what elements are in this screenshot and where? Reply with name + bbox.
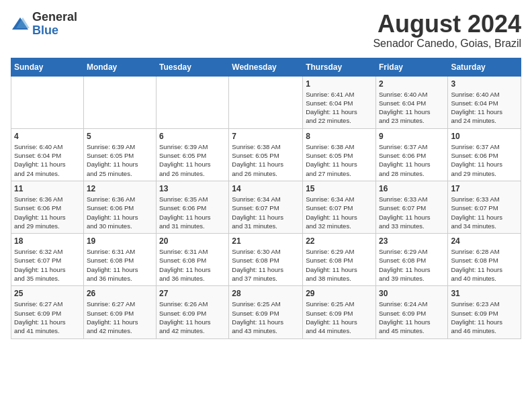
day-info: Sunrise: 6:35 AM Sunset: 6:06 PM Dayligh… <box>159 195 226 230</box>
day-info: Sunrise: 6:27 AM Sunset: 6:09 PM Dayligh… <box>14 300 81 335</box>
day-number: 15 <box>306 184 373 193</box>
calendar-cell: 7Sunrise: 6:38 AM Sunset: 6:05 PM Daylig… <box>229 128 303 181</box>
day-number: 4 <box>14 132 81 141</box>
day-info: Sunrise: 6:27 AM Sunset: 6:09 PM Dayligh… <box>87 300 153 335</box>
day-info: Sunrise: 6:33 AM Sunset: 6:07 PM Dayligh… <box>379 195 445 230</box>
day-info: Sunrise: 6:30 AM Sunset: 6:08 PM Dayligh… <box>232 247 300 283</box>
day-info: Sunrise: 6:37 AM Sunset: 6:06 PM Dayligh… <box>451 142 518 178</box>
weekday-header-monday: Monday <box>83 58 156 76</box>
calendar-cell: 15Sunrise: 6:34 AM Sunset: 6:07 PM Dayli… <box>303 181 376 233</box>
day-info: Sunrise: 6:34 AM Sunset: 6:07 PM Dayligh… <box>306 195 373 230</box>
day-number: 6 <box>159 132 226 141</box>
logo: General Blue <box>11 11 77 38</box>
day-info: Sunrise: 6:26 AM Sunset: 6:09 PM Dayligh… <box>159 300 226 335</box>
day-info: Sunrise: 6:37 AM Sunset: 6:06 PM Dayligh… <box>379 142 445 178</box>
calendar-cell: 4Sunrise: 6:40 AM Sunset: 6:04 PM Daylig… <box>11 128 84 181</box>
logo-general-text: General <box>32 11 77 24</box>
day-info: Sunrise: 6:36 AM Sunset: 6:06 PM Dayligh… <box>87 195 153 230</box>
calendar-cell <box>83 76 156 128</box>
calendar-week-1: 1Sunrise: 6:41 AM Sunset: 6:04 PM Daylig… <box>11 76 521 128</box>
calendar-cell: 16Sunrise: 6:33 AM Sunset: 6:07 PM Dayli… <box>375 181 447 233</box>
day-number: 13 <box>159 184 226 193</box>
day-info: Sunrise: 6:40 AM Sunset: 6:04 PM Dayligh… <box>451 90 518 126</box>
calendar-cell: 12Sunrise: 6:36 AM Sunset: 6:06 PM Dayli… <box>83 181 156 233</box>
calendar-cell: 1Sunrise: 6:41 AM Sunset: 6:04 PM Daylig… <box>303 76 376 128</box>
day-number: 8 <box>306 132 373 141</box>
calendar-cell: 6Sunrise: 6:39 AM Sunset: 6:05 PM Daylig… <box>157 128 229 181</box>
day-number: 29 <box>306 289 373 298</box>
calendar-cell: 18Sunrise: 6:32 AM Sunset: 6:07 PM Dayli… <box>11 234 84 286</box>
calendar-cell: 24Sunrise: 6:28 AM Sunset: 6:08 PM Dayli… <box>448 234 521 286</box>
day-number: 16 <box>379 184 445 193</box>
day-number: 10 <box>451 132 518 141</box>
calendar-cell: 26Sunrise: 6:27 AM Sunset: 6:09 PM Dayli… <box>83 286 156 338</box>
calendar-table: SundayMondayTuesdayWednesdayThursdayFrid… <box>11 58 521 339</box>
day-info: Sunrise: 6:40 AM Sunset: 6:04 PM Dayligh… <box>14 142 81 178</box>
day-number: 20 <box>159 236 226 246</box>
day-number: 31 <box>451 289 518 298</box>
day-number: 19 <box>87 236 153 246</box>
day-number: 22 <box>306 236 373 246</box>
day-number: 9 <box>379 132 445 141</box>
day-info: Sunrise: 6:36 AM Sunset: 6:06 PM Dayligh… <box>14 195 81 230</box>
month-title: August 2024 <box>373 11 521 38</box>
day-info: Sunrise: 6:24 AM Sunset: 6:09 PM Dayligh… <box>379 300 445 335</box>
calendar-cell: 19Sunrise: 6:31 AM Sunset: 6:08 PM Dayli… <box>83 234 156 286</box>
calendar-cell: 10Sunrise: 6:37 AM Sunset: 6:06 PM Dayli… <box>448 128 521 181</box>
calendar-cell: 29Sunrise: 6:25 AM Sunset: 6:09 PM Dayli… <box>303 286 376 338</box>
day-info: Sunrise: 6:31 AM Sunset: 6:08 PM Dayligh… <box>87 247 153 283</box>
calendar-cell: 3Sunrise: 6:40 AM Sunset: 6:04 PM Daylig… <box>448 76 521 128</box>
calendar-week-5: 25Sunrise: 6:27 AM Sunset: 6:09 PM Dayli… <box>11 286 521 338</box>
day-number: 21 <box>232 236 300 246</box>
calendar-cell: 9Sunrise: 6:37 AM Sunset: 6:06 PM Daylig… <box>375 128 447 181</box>
day-info: Sunrise: 6:23 AM Sunset: 6:09 PM Dayligh… <box>451 300 518 335</box>
day-info: Sunrise: 6:32 AM Sunset: 6:07 PM Dayligh… <box>14 247 81 283</box>
calendar-week-3: 11Sunrise: 6:36 AM Sunset: 6:06 PM Dayli… <box>11 181 521 233</box>
day-number: 17 <box>451 184 518 193</box>
day-number: 23 <box>379 236 445 246</box>
day-number: 12 <box>87 184 153 193</box>
day-number: 30 <box>379 289 445 298</box>
weekday-header-tuesday: Tuesday <box>157 58 229 76</box>
calendar-cell: 8Sunrise: 6:38 AM Sunset: 6:05 PM Daylig… <box>303 128 376 181</box>
day-info: Sunrise: 6:31 AM Sunset: 6:08 PM Dayligh… <box>159 247 226 283</box>
calendar-cell: 17Sunrise: 6:33 AM Sunset: 6:07 PM Dayli… <box>448 181 521 233</box>
day-info: Sunrise: 6:25 AM Sunset: 6:09 PM Dayligh… <box>306 300 373 335</box>
calendar-cell: 28Sunrise: 6:25 AM Sunset: 6:09 PM Dayli… <box>229 286 303 338</box>
calendar-cell: 5Sunrise: 6:39 AM Sunset: 6:05 PM Daylig… <box>83 128 156 181</box>
location-text: Senador Canedo, Goias, Brazil <box>373 38 521 50</box>
day-number: 14 <box>232 184 300 193</box>
day-info: Sunrise: 6:29 AM Sunset: 6:08 PM Dayligh… <box>379 247 445 283</box>
day-info: Sunrise: 6:38 AM Sunset: 6:05 PM Dayligh… <box>306 142 373 178</box>
day-info: Sunrise: 6:39 AM Sunset: 6:05 PM Dayligh… <box>159 142 226 178</box>
day-number: 25 <box>14 289 81 298</box>
weekday-header-row: SundayMondayTuesdayWednesdayThursdayFrid… <box>11 58 521 76</box>
day-info: Sunrise: 6:29 AM Sunset: 6:08 PM Dayligh… <box>306 247 373 283</box>
day-number: 11 <box>14 184 81 193</box>
weekday-header-wednesday: Wednesday <box>229 58 303 76</box>
weekday-header-thursday: Thursday <box>303 58 376 76</box>
calendar-cell <box>229 76 303 128</box>
day-info: Sunrise: 6:38 AM Sunset: 6:05 PM Dayligh… <box>232 142 300 178</box>
day-number: 26 <box>87 289 153 298</box>
logo-text: General Blue <box>32 11 77 38</box>
calendar-cell: 13Sunrise: 6:35 AM Sunset: 6:06 PM Dayli… <box>157 181 229 233</box>
calendar-cell: 30Sunrise: 6:24 AM Sunset: 6:09 PM Dayli… <box>375 286 447 338</box>
weekday-header-friday: Friday <box>375 58 447 76</box>
day-info: Sunrise: 6:28 AM Sunset: 6:08 PM Dayligh… <box>451 247 518 283</box>
title-block: August 2024 Senador Canedo, Goias, Brazi… <box>373 11 521 50</box>
day-number: 2 <box>379 79 445 89</box>
calendar-week-2: 4Sunrise: 6:40 AM Sunset: 6:04 PM Daylig… <box>11 128 521 181</box>
calendar-cell: 22Sunrise: 6:29 AM Sunset: 6:08 PM Dayli… <box>303 234 376 286</box>
day-number: 7 <box>232 132 300 141</box>
day-number: 27 <box>159 289 226 298</box>
calendar-week-4: 18Sunrise: 6:32 AM Sunset: 6:07 PM Dayli… <box>11 234 521 286</box>
calendar-cell: 21Sunrise: 6:30 AM Sunset: 6:08 PM Dayli… <box>229 234 303 286</box>
day-number: 5 <box>87 132 153 141</box>
page-header: General Blue August 2024 Senador Canedo,… <box>11 11 521 50</box>
calendar-cell: 23Sunrise: 6:29 AM Sunset: 6:08 PM Dayli… <box>375 234 447 286</box>
weekday-header-saturday: Saturday <box>448 58 521 76</box>
day-info: Sunrise: 6:39 AM Sunset: 6:05 PM Dayligh… <box>87 142 153 178</box>
calendar-cell: 25Sunrise: 6:27 AM Sunset: 6:09 PM Dayli… <box>11 286 84 338</box>
day-info: Sunrise: 6:40 AM Sunset: 6:04 PM Dayligh… <box>379 90 445 126</box>
